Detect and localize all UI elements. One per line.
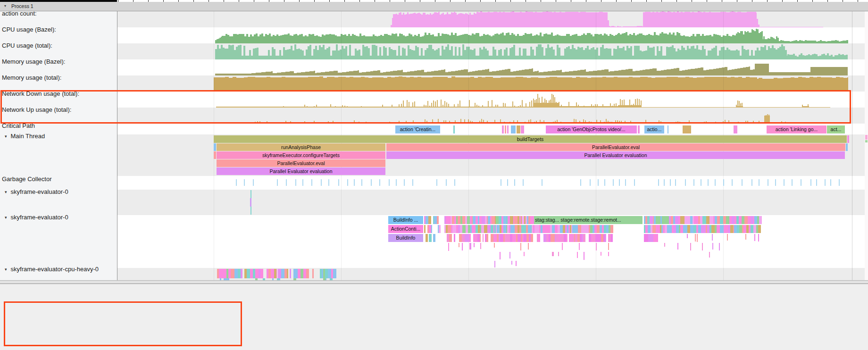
trace-slice[interactable] (511, 125, 516, 133)
trace-sliver[interactable] (448, 225, 451, 233)
trace-sliver[interactable] (255, 269, 258, 278)
trace-sliver[interactable] (462, 243, 463, 250)
trace-sliver[interactable] (702, 243, 703, 250)
trace-sliver[interactable] (426, 234, 427, 242)
trace-sliver[interactable] (486, 234, 488, 242)
trace-sliver[interactable] (553, 252, 554, 256)
gc-tick[interactable] (523, 179, 524, 186)
trace-sliver[interactable] (562, 243, 563, 250)
gc-tick[interactable] (244, 179, 245, 186)
trace-sliver[interactable] (516, 261, 517, 266)
trace-slice[interactable] (507, 125, 509, 133)
trace-sliver[interactable] (744, 216, 748, 224)
gc-tick[interactable] (253, 179, 254, 186)
trace-sliver[interactable] (487, 225, 491, 233)
trace-slice[interactable] (638, 125, 640, 133)
trace-sliver[interactable] (712, 243, 713, 250)
trace-sliver[interactable] (758, 234, 759, 242)
trace-slice-labeled[interactable]: ParallelEvaluator.eval (217, 159, 385, 167)
trace-slice-labeled[interactable]: BuildInfo (388, 234, 423, 242)
trace-slice-labeled[interactable]: action 'GenObjcProtos video/... (546, 125, 637, 133)
trace-slice[interactable] (847, 135, 849, 143)
trace-sliver[interactable] (500, 252, 501, 259)
trace-sliver[interactable] (695, 234, 696, 242)
gc-tick[interactable] (347, 179, 348, 186)
trace-sliver[interactable] (492, 216, 495, 224)
trace-slice[interactable] (517, 125, 520, 133)
trace-sliver[interactable] (531, 234, 533, 242)
counter-chart-cpu-usage-total-[interactable] (214, 43, 848, 59)
trace-slice[interactable] (668, 125, 668, 133)
gc-tick[interactable] (810, 179, 811, 186)
gc-tick[interactable] (658, 179, 659, 186)
trace-sliver[interactable] (690, 243, 691, 250)
trace-sliver[interactable] (569, 234, 572, 242)
trace-sliver[interactable] (759, 216, 762, 224)
trace-sliver[interactable] (583, 234, 585, 242)
evaluator-marker[interactable] (250, 198, 251, 207)
gc-tick[interactable] (286, 179, 287, 186)
trace-sliver[interactable] (717, 225, 720, 233)
trace-sliver[interactable] (499, 216, 502, 224)
trace-sliver[interactable] (584, 252, 584, 260)
trace-sliver[interactable] (538, 234, 540, 242)
trace-sliver[interactable] (454, 234, 455, 242)
gc-tick[interactable] (670, 179, 671, 186)
trace-sliver[interactable] (758, 225, 761, 233)
trace-sliver[interactable] (469, 234, 471, 242)
trace-sliver[interactable] (300, 269, 304, 278)
gc-tick[interactable] (816, 179, 817, 186)
trace-sliver[interactable] (578, 225, 581, 233)
trace-sliver[interactable] (260, 269, 263, 278)
trace-sliver[interactable] (684, 216, 688, 224)
trace-sliver[interactable] (697, 234, 698, 242)
trace-sliver[interactable] (271, 269, 274, 278)
trace-slice-labeled[interactable]: Parallel Evaluator evaluation (386, 151, 845, 159)
trace-sliver[interactable] (328, 269, 331, 278)
gc-tick[interactable] (436, 179, 437, 186)
chevron-down-icon[interactable]: ▾ (5, 215, 7, 220)
process-header-bar[interactable]: ▾ Process 1 (0, 2, 868, 11)
trace-sliver[interactable] (428, 216, 431, 224)
gc-tick[interactable] (295, 179, 296, 186)
trace-sliver[interactable] (491, 234, 494, 242)
trace-sliver[interactable] (727, 234, 728, 241)
trace-sliver[interactable] (511, 261, 512, 265)
trace-sliver[interactable] (433, 234, 435, 242)
gc-tick[interactable] (590, 179, 591, 186)
trace-sliver[interactable] (608, 243, 609, 250)
gc-tick[interactable] (328, 179, 329, 186)
counter-chart-memory-usage-bazel-[interactable] (214, 59, 848, 75)
gc-tick[interactable] (454, 179, 455, 186)
gc-tick[interactable] (396, 179, 397, 186)
trace-sliver[interactable] (524, 252, 525, 256)
trace-sliver[interactable] (675, 216, 678, 224)
gc-tick[interactable] (236, 179, 237, 186)
gc-tick[interactable] (830, 179, 831, 186)
trace-sliver[interactable] (509, 252, 510, 258)
trace-sliver[interactable] (459, 234, 462, 242)
trace-sliver[interactable] (712, 234, 713, 241)
trace-slice[interactable] (683, 125, 691, 133)
trace-sliver[interactable] (437, 216, 439, 224)
trace-sliver[interactable] (429, 234, 432, 242)
gc-tick[interactable] (675, 179, 676, 186)
counter-chart-network-up-usage-total-[interactable] (214, 108, 848, 124)
gc-tick[interactable] (613, 179, 614, 186)
trace-slice[interactable] (214, 143, 216, 151)
trace-slice-labeled[interactable]: stag:stag... stage:remote.stage:remot... (533, 216, 643, 224)
trace-sliver[interactable] (611, 234, 613, 242)
gc-tick[interactable] (507, 179, 508, 186)
gc-tick[interactable] (664, 179, 665, 186)
trace-sliver[interactable] (449, 234, 452, 242)
trace-sliver[interactable] (474, 243, 475, 247)
trace-slice-labeled[interactable]: action 'Creatin... (395, 125, 440, 133)
sidebar-item-main-thread[interactable]: ▾Main Thread (5, 133, 45, 140)
gc-tick[interactable] (302, 179, 303, 186)
gc-tick[interactable] (708, 179, 709, 186)
gc-tick[interactable] (361, 179, 362, 186)
trace-sliver[interactable] (664, 243, 665, 247)
trace-sliver[interactable] (577, 252, 578, 258)
counter-chart-cpu-usage-bazel-[interactable] (214, 27, 848, 43)
trace-sliver[interactable] (223, 269, 226, 278)
